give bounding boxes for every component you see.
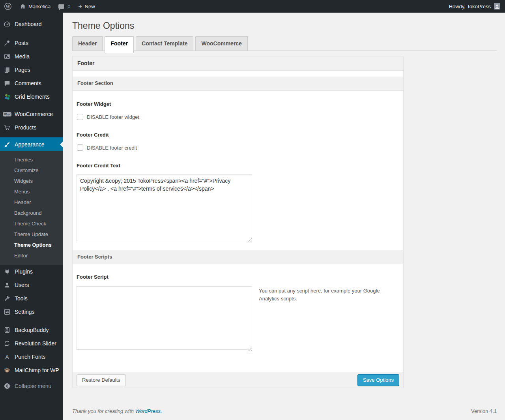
footer-script-label: Footer Script: [77, 274, 399, 280]
submenu-item-theme-check[interactable]: Theme Check: [0, 218, 63, 229]
backup-drive-icon: [3, 326, 11, 334]
footer-credit-checkbox[interactable]: [77, 144, 83, 151]
settings-icon: [3, 308, 11, 316]
sidebar-item-woocommerce[interactable]: Woo WooCommerce: [0, 107, 63, 121]
footer-section-body: Footer Widget DISABLE footer widget Foot…: [73, 91, 403, 250]
howdy-text: Howdy, TokoPress: [449, 4, 491, 9]
sidebar-item-label: Comments: [15, 80, 41, 86]
admin-bar: W Marketica 0 + New Howdy, TokoPress: [0, 0, 505, 13]
comments-count: 0: [67, 4, 70, 9]
site-name-link[interactable]: Marketica: [16, 0, 54, 13]
footer-credit-checkbox-label: DISABLE footer credit: [87, 145, 137, 151]
footer-scripts-section-body: Footer Script You can put any script her…: [73, 264, 403, 372]
footer-section-title: Footer Section: [73, 77, 403, 91]
theme-options-panel: Footer Footer Section Footer Widget DISA…: [72, 56, 404, 388]
footer-box-title: Footer: [73, 56, 403, 71]
media-icon: [3, 52, 11, 60]
grid-elements-icon: [3, 93, 11, 101]
sidebar-item-plugins[interactable]: Plugins: [0, 265, 63, 278]
pages-icon: [3, 66, 11, 74]
sidebar-item-pages[interactable]: Pages: [0, 63, 63, 77]
collapse-menu-button[interactable]: Collapse menu: [0, 379, 63, 393]
sidebar-item-users[interactable]: Users: [0, 278, 63, 292]
woo-badge-text: Woo: [3, 112, 11, 116]
sidebar-item-appearance[interactable]: Appearance: [0, 137, 63, 151]
footer-widget-checkbox-label: DISABLE footer widget: [87, 114, 139, 120]
tab-footer[interactable]: Footer: [105, 36, 134, 53]
menu-separator: [0, 103, 63, 107]
footer-thanks-label: Thank you for creating with: [72, 408, 134, 414]
tab-contact-template[interactable]: Contact Template: [136, 36, 193, 51]
comments-link[interactable]: 0: [54, 0, 74, 13]
sidebar-item-comments[interactable]: Comments: [0, 77, 63, 90]
menu-separator: [0, 319, 63, 323]
main-content: Theme Options Header Footer Contact Temp…: [63, 13, 505, 420]
sidebar-item-backupbuddy[interactable]: BackupBuddy: [0, 323, 63, 337]
letter-a-glyph: A: [5, 354, 9, 360]
sidebar-item-punch-fonts[interactable]: A Punch Fonts: [0, 350, 63, 364]
sidebar-item-posts[interactable]: Posts: [0, 36, 63, 50]
mailchimp-monkey-icon: [3, 366, 11, 374]
submenu-item-menus[interactable]: Menus: [0, 186, 63, 197]
restore-defaults-button[interactable]: Restore Defaults: [77, 374, 126, 386]
sidebar-item-label: Tools: [15, 295, 28, 302]
sidebar-item-label: Grid Elements: [15, 94, 50, 100]
svg-text:W: W: [5, 4, 10, 9]
submenu-item-customize[interactable]: Customize: [0, 165, 63, 176]
wordpress-link[interactable]: WordPress.: [135, 408, 162, 414]
tab-header[interactable]: Header: [72, 36, 103, 51]
sidebar-item-label: Punch Fonts: [15, 354, 46, 360]
sidebar-item-media[interactable]: Media: [0, 50, 63, 63]
new-button[interactable]: + New: [75, 0, 99, 13]
admin-footer: Thank you for creating with WordPress. V…: [72, 408, 497, 414]
submenu-item-background[interactable]: Background: [0, 208, 63, 218]
plug-icon: [3, 268, 11, 276]
footer-widget-checkbox[interactable]: [77, 114, 83, 120]
sidebar-item-revolution-slider[interactable]: Revolution Slider: [0, 337, 63, 350]
sidebar-item-label: BackupBuddy: [15, 327, 49, 333]
footer-credit-text-label: Footer Credit Text: [77, 163, 399, 169]
submenu-item-theme-options[interactable]: Theme Options: [0, 240, 63, 250]
submenu-item-themes[interactable]: Themes: [0, 154, 63, 165]
woocommerce-icon: Woo: [3, 110, 11, 118]
sidebar-item-label: Products: [15, 124, 36, 131]
comments-icon: [3, 79, 11, 87]
new-label: New: [85, 4, 95, 9]
footer-credit-label: Footer Credit: [77, 132, 399, 138]
admin-sidebar: Dashboard Posts Media Pages Comments Gri…: [0, 13, 63, 420]
sidebar-item-label: Posts: [15, 40, 28, 46]
sidebar-item-dashboard[interactable]: Dashboard: [0, 17, 63, 31]
save-options-button[interactable]: Save Options: [357, 374, 399, 386]
sidebar-item-mailchimp[interactable]: MailChimp for WP: [0, 364, 63, 377]
tab-woocommerce[interactable]: WooCommerce: [195, 36, 247, 51]
sidebar-item-label: Pages: [15, 67, 30, 73]
sidebar-item-tools[interactable]: Tools: [0, 292, 63, 305]
panel-action-bar: Restore Defaults Save Options: [73, 372, 403, 388]
comment-bubble-icon: [58, 4, 64, 9]
menu-separator: [0, 134, 63, 137]
submenu-item-theme-update[interactable]: Theme Update: [0, 229, 63, 240]
footer-thanks-text: Thank you for creating with WordPress.: [72, 408, 162, 414]
sidebar-item-products[interactable]: Products: [0, 121, 63, 134]
brush-icon: [3, 141, 11, 148]
submenu-item-editor[interactable]: Editor: [0, 250, 63, 261]
sidebar-item-label: Settings: [15, 309, 35, 315]
footer-script-input[interactable]: [77, 286, 252, 350]
account-menu[interactable]: Howdy, TokoPress: [445, 3, 500, 9]
sidebar-item-label: Media: [15, 53, 30, 60]
menu-separator: [0, 31, 63, 36]
page-title: Theme Options: [72, 21, 134, 31]
sidebar-item-settings[interactable]: Settings: [0, 305, 63, 319]
sidebar-item-grid-elements[interactable]: Grid Elements: [0, 90, 63, 103]
wordpress-logo-button[interactable]: W: [0, 0, 16, 13]
collapse-arrow-icon: [3, 382, 11, 390]
footer-version-text: Version 4.1: [471, 408, 497, 414]
footer-credit-text-input[interactable]: Copyright &copy; 2015 TokoPress<span><a …: [77, 174, 252, 241]
pushpin-icon: [3, 39, 11, 47]
submenu-item-header[interactable]: Header: [0, 197, 63, 208]
dashboard-icon: [3, 20, 11, 28]
footer-box-body-empty: [73, 71, 403, 77]
submenu-item-widgets[interactable]: Widgets: [0, 176, 63, 186]
home-icon: [20, 3, 26, 9]
rotate-arrows-icon: [3, 339, 11, 347]
